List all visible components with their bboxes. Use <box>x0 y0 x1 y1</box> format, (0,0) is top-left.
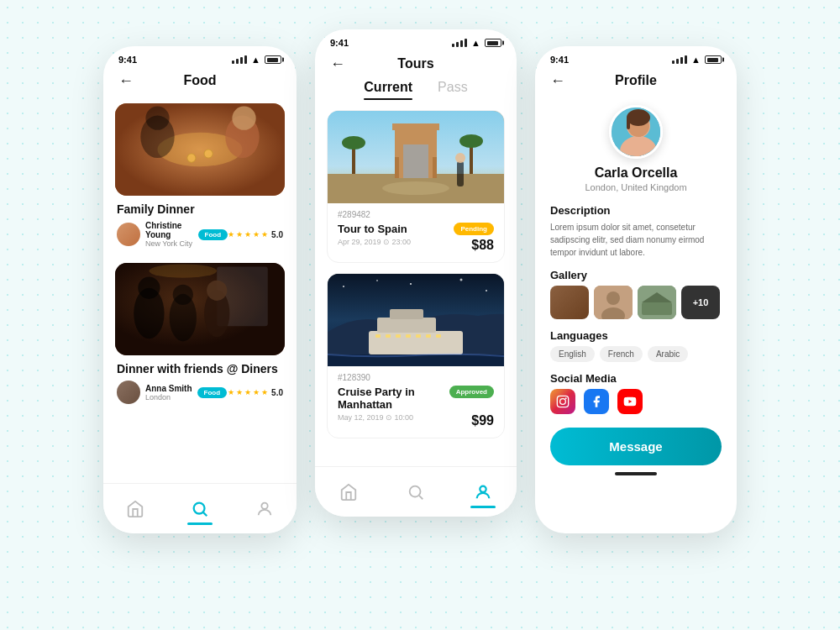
food-card-1-avatar <box>117 223 140 246</box>
food-card-1[interactable]: Family Dinner Christine Young New York C… <box>115 103 285 251</box>
battery-icon <box>265 55 281 64</box>
svg-point-16 <box>149 264 217 277</box>
tour-card-1[interactable]: #289482 Tour to Spain Pending Apr 29, 20… <box>327 110 505 263</box>
message-button[interactable]: Message <box>550 428 722 465</box>
svg-point-67 <box>565 397 567 399</box>
food-card-2-username: Anna Smith <box>145 384 192 393</box>
svg-point-3 <box>145 106 169 129</box>
facebook-icon[interactable] <box>584 389 609 414</box>
svg-rect-48 <box>426 334 431 338</box>
home-icon <box>126 500 144 518</box>
profile-icon <box>474 483 492 501</box>
svg-point-28 <box>342 136 365 150</box>
food-card-1-badge: Food <box>198 229 228 240</box>
star-icon: ★ <box>261 388 268 396</box>
nav-profile-tours[interactable] <box>462 476 504 508</box>
status-time-tours: 9:41 <box>330 38 349 48</box>
lang-french[interactable]: French <box>600 346 643 362</box>
status-bar-food: 9:41 ▲ <box>103 46 297 68</box>
svg-point-6 <box>187 154 196 162</box>
search-icon <box>407 483 425 501</box>
tour-1-row: Tour to Spain Pending <box>338 223 494 235</box>
lang-english[interactable]: English <box>550 346 595 362</box>
tab-current[interactable]: Current <box>364 80 412 98</box>
tour-2-number: #128390 <box>338 373 494 382</box>
nav-profile-food[interactable] <box>244 493 286 525</box>
food-card-2-location: London <box>145 393 192 402</box>
tour-1-date: Apr 29, 2019 ⊙ 23:00 <box>338 238 411 246</box>
battery-icon <box>485 39 501 47</box>
svg-point-15 <box>207 281 227 301</box>
status-bar-profile: 9:41 ▲ <box>535 46 737 68</box>
wifi-icon: ▲ <box>251 55 260 65</box>
svg-point-35 <box>343 286 344 287</box>
youtube-icon[interactable] <box>617 389 643 414</box>
food-card-2-image <box>115 263 285 355</box>
svg-rect-41 <box>377 318 436 333</box>
signal-icon <box>452 39 467 47</box>
tour-1-status: Pending <box>454 223 494 235</box>
nav-home-tours[interactable] <box>328 476 370 508</box>
wifi-icon: ▲ <box>691 55 701 65</box>
gallery-row: +10 <box>550 286 722 319</box>
gallery-thumb-3[interactable] <box>638 286 676 319</box>
tour-1-bottom-row: Apr 29, 2019 ⊙ 23:00 $88 <box>338 238 494 253</box>
food-card-1-meta: Christine Young New York City Food ★ ★ ★… <box>117 221 283 248</box>
nav-home-food[interactable] <box>114 493 156 525</box>
profile-avatar-section: Carla Orcella London, United Kingdom <box>550 105 722 192</box>
search-icon <box>191 500 209 518</box>
food-card-1-rating: ★ ★ ★ ★ ★ 5.0 <box>228 230 283 239</box>
signal-icon <box>232 55 247 64</box>
svg-point-51 <box>410 486 421 496</box>
nav-active-indicator <box>470 506 496 508</box>
profile-header: ← Profile <box>535 68 737 97</box>
profile-content: Carla Orcella London, United Kingdom Des… <box>535 97 737 484</box>
food-card-2[interactable]: Dinner with friends @ Diners Anna Smith … <box>115 263 285 407</box>
languages-row: English French Arabic <box>550 346 722 362</box>
back-button-food[interactable]: ← <box>118 72 134 90</box>
svg-point-13 <box>173 285 193 305</box>
svg-rect-43 <box>375 334 381 338</box>
svg-rect-25 <box>433 157 437 178</box>
star-icon: ★ <box>244 230 251 239</box>
star-icon: ★ <box>253 230 260 239</box>
profile-page-title: Profile <box>615 73 657 88</box>
gallery-more[interactable]: +10 <box>681 286 720 319</box>
svg-rect-40 <box>369 331 463 354</box>
gallery-thumb-2[interactable] <box>594 286 633 319</box>
svg-rect-65 <box>557 396 568 407</box>
tour-card-2-image <box>328 274 504 366</box>
svg-rect-45 <box>396 334 401 338</box>
nav-search-tours[interactable] <box>395 476 437 508</box>
food-bottom-nav <box>103 483 297 533</box>
svg-point-58 <box>627 109 650 126</box>
gallery-thumb-1[interactable] <box>550 286 589 319</box>
svg-point-11 <box>138 277 160 299</box>
nav-search-food[interactable] <box>179 493 221 525</box>
food-card-2-info: Dinner with friends @ Diners Anna Smith … <box>115 355 285 407</box>
back-button-profile[interactable]: ← <box>550 72 565 90</box>
tour-card-2[interactable]: #128390 Cruise Party in Manhattan Approv… <box>327 273 505 438</box>
profile-name: Carla Orcella <box>595 165 678 181</box>
social-row <box>550 389 722 414</box>
tour-1-name: Tour to Spain <box>338 223 407 235</box>
status-time-profile: 9:41 <box>550 55 569 65</box>
profile-icon <box>255 500 274 518</box>
home-icon <box>339 483 358 501</box>
lang-arabic[interactable]: Arabic <box>648 346 688 362</box>
food-page-title: Food <box>183 73 216 88</box>
tour-2-price: $99 <box>471 413 494 428</box>
svg-point-7 <box>204 150 213 158</box>
tours-tabs: Current Pass <box>315 80 517 110</box>
food-card-1-user: Christine Young New York City Food <box>117 221 228 248</box>
tour-2-date: May 12, 2019 ⊙ 10:00 <box>338 413 413 422</box>
svg-point-66 <box>560 399 566 405</box>
tour-card-2-info: #128390 Cruise Party in Manhattan Approv… <box>328 366 504 438</box>
tour-1-number: #289482 <box>338 210 494 219</box>
instagram-icon[interactable] <box>550 389 575 414</box>
profile-location: London, United Kingdom <box>585 182 686 192</box>
tab-pass[interactable]: Pass <box>438 80 468 98</box>
back-button-tours[interactable]: ← <box>330 55 345 73</box>
svg-point-61 <box>606 291 620 305</box>
gallery-label: Gallery <box>550 269 722 281</box>
